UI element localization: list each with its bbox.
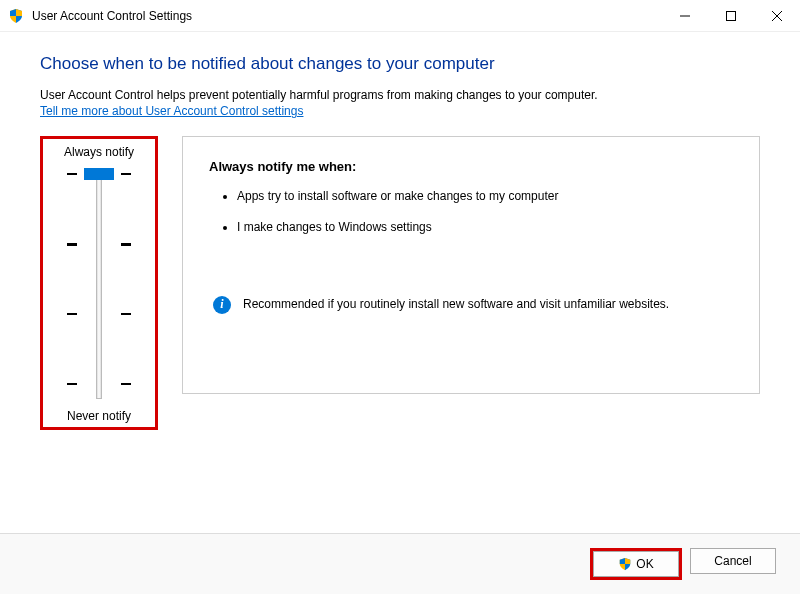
footer-bar: OK Cancel (0, 533, 800, 594)
window-controls (662, 0, 800, 32)
slider-tick (47, 243, 151, 246)
close-button[interactable] (754, 0, 800, 32)
info-panel: Always notify me when: Apps try to insta… (182, 136, 760, 394)
ok-button-label: OK (636, 557, 653, 571)
window-title: User Account Control Settings (32, 9, 192, 23)
page-heading: Choose when to be notified about changes… (40, 54, 760, 74)
content-area: Choose when to be notified about changes… (0, 32, 800, 440)
notification-slider[interactable]: Always notify Never notify (40, 136, 158, 430)
info-bullet-list: Apps try to install software or make cha… (209, 188, 733, 236)
slider-tick (47, 313, 151, 315)
ok-button[interactable]: OK (593, 551, 679, 577)
shield-icon (618, 557, 632, 571)
ok-highlight: OK (590, 548, 682, 580)
info-icon: i (213, 296, 231, 314)
info-bullet: I make changes to Windows settings (237, 219, 733, 236)
maximize-button[interactable] (708, 0, 754, 32)
info-bullet: Apps try to install software or make cha… (237, 188, 733, 205)
recommendation-row: i Recommended if you routinely install n… (209, 296, 733, 314)
learn-more-link[interactable]: Tell me more about User Account Control … (40, 104, 303, 118)
slider-top-label: Always notify (47, 145, 151, 159)
recommendation-text: Recommended if you routinely install new… (243, 296, 669, 313)
slider-track[interactable] (47, 169, 151, 399)
minimize-button[interactable] (662, 0, 708, 32)
info-title: Always notify me when: (209, 159, 733, 174)
cancel-button[interactable]: Cancel (690, 548, 776, 574)
slider-bottom-label: Never notify (47, 409, 151, 423)
cancel-button-label: Cancel (714, 554, 751, 568)
svg-rect-1 (727, 11, 736, 20)
description-text: User Account Control helps prevent poten… (40, 88, 760, 102)
shield-icon (8, 8, 24, 24)
titlebar: User Account Control Settings (0, 0, 800, 32)
slider-tick (47, 383, 151, 385)
slider-thumb[interactable] (84, 168, 114, 180)
